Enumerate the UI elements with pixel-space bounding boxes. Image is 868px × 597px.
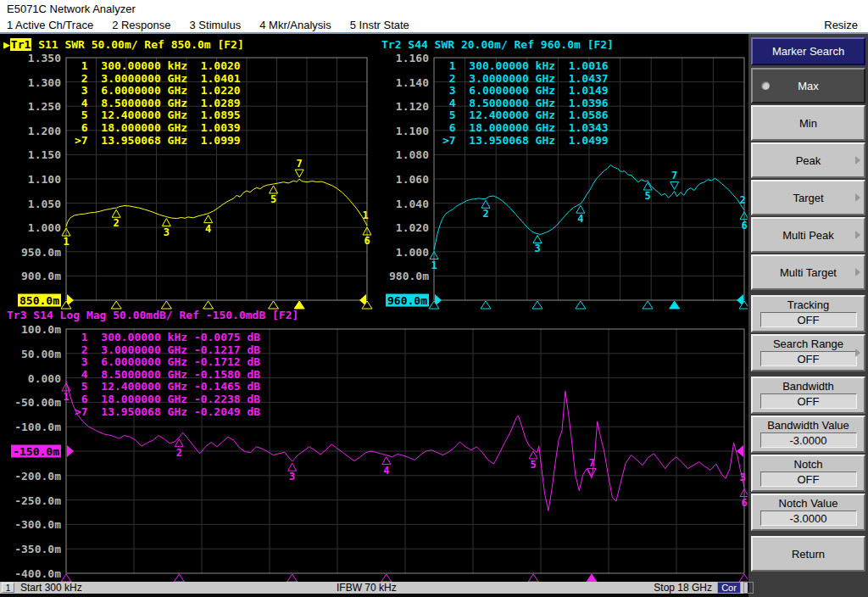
y-axis-label-tr3: -300.0m <box>2 518 61 531</box>
softkey-min[interactable]: Min <box>751 105 865 141</box>
menu-item-2[interactable]: 2 Response <box>112 19 170 32</box>
y-axis-label-tr3: -150.0m <box>2 445 61 458</box>
y-axis-label-tr3: -350.0m <box>2 543 61 555</box>
radio-dot-icon <box>761 81 770 90</box>
menu-item-4[interactable]: 4 Mkr/Analysis <box>259 19 331 32</box>
y-axis-label-tr2: 960.0m <box>370 294 429 307</box>
y-axis-label-tr2: 1.040 <box>370 197 429 209</box>
softkey-value: OFF <box>760 393 857 409</box>
submenu-arrow-icon <box>855 193 860 202</box>
softkey-sidebar: Marker SearchMaxMinPeakTargetMulti PeakM… <box>748 34 868 597</box>
y-axis-label-tr1: 900.0m <box>2 270 61 282</box>
softkey-value: OFF <box>760 312 857 327</box>
y-axis-label-tr1: 1.100 <box>2 173 61 186</box>
softkey-bandwidth[interactable]: BandwidthOFF <box>751 377 865 414</box>
y-axis-label-tr3: 50.00m <box>2 347 61 360</box>
trace-header-tr2[interactable]: Tr2 S44 SWR 20.00m/ Ref 960.0m [F2] <box>381 38 614 51</box>
softkey-label: Bandwidth Value <box>767 419 849 432</box>
softkey-tracking[interactable]: TrackingOFF <box>751 295 865 332</box>
channel-number-badge: 1 <box>2 583 14 593</box>
y-axis-label-tr3: -200.0m <box>2 469 61 482</box>
softkey-multi-target[interactable]: Multi Target <box>751 254 865 290</box>
menu-items: 1 Active Ch/Trace2 Response3 Stimulus4 M… <box>7 19 409 32</box>
softkey-multi-peak[interactable]: Multi Peak <box>751 217 865 253</box>
ref-level-label: -150.0m <box>11 445 61 458</box>
y-axis-label-tr2: 1.100 <box>370 124 429 137</box>
y-axis-label-tr2: 1.000 <box>370 245 429 258</box>
y-axis-label-tr1: 950.0m <box>2 245 61 258</box>
marker-search-header: Marker Search <box>751 37 865 65</box>
y-axis-label-tr3: -250.0m <box>2 494 61 506</box>
resize-button[interactable]: Resize <box>824 19 858 32</box>
sweep-start-label: Start 300 kHz <box>20 582 82 594</box>
y-axis-label-tr1: 1.000 <box>2 221 61 234</box>
marker-table-tr2: 1 300.00000 kHz 1.0016 2 3.0000000 GHz 1… <box>442 60 609 147</box>
softkey-search-range[interactable]: Search RangeOFF <box>751 334 865 371</box>
trace-header-tr1[interactable]: ▶Tr1 S11 SWR 50.00m/ Ref 850.0m [F2] <box>3 38 244 51</box>
softkey-label: Max <box>798 80 819 92</box>
softkey-peak[interactable]: Peak <box>751 142 865 178</box>
softkey-label: Bandwidth <box>782 380 834 393</box>
ref-level-label: 960.0m <box>386 294 429 307</box>
softkey-bandwidth-value[interactable]: Bandwidth Value-3.0000 <box>751 416 865 453</box>
y-axis-label-tr1: 1.350 <box>2 52 61 64</box>
submenu-arrow-icon <box>855 231 860 239</box>
softkey-notch[interactable]: NotchOFF <box>751 455 865 492</box>
softkey-value: -3.0000 <box>760 511 857 526</box>
y-axis-label-tr3: -400.0m <box>2 567 61 580</box>
softkey-max[interactable]: Max <box>751 68 865 103</box>
softkey-value: OFF <box>760 471 857 487</box>
y-axis-label-tr1: 1.050 <box>2 197 61 209</box>
status-bar: 1 Start 300 kHz IFBW 70 kHz Stop 18 GHz … <box>0 582 748 594</box>
softkey-label: Peak <box>796 154 821 167</box>
trace-title-detail: S11 SWR 50.00m/ Ref 850.0m [F2] <box>31 38 243 51</box>
softkey-label: Min <box>799 117 817 130</box>
trace-header-tr3[interactable]: Tr3 S14 Log Mag 50.00mdB/ Ref -150.0mdB … <box>7 309 298 321</box>
submenu-arrow-icon <box>855 268 860 276</box>
ref-level-label: 850.0m <box>18 294 61 307</box>
softkey-label: Multi Target <box>780 266 837 279</box>
window-titlebar: E5071C Network Analyzer <box>0 0 868 19</box>
ifbw-label: IFBW 70 kHz <box>337 582 397 594</box>
bottom-divider <box>0 594 748 597</box>
softkey-target[interactable]: Target <box>751 180 865 215</box>
y-axis-label-tr2: 1.120 <box>370 100 429 113</box>
y-axis-label-tr1: 1.200 <box>2 124 61 137</box>
alert-badge: ! <box>743 582 754 594</box>
softkey-label: Return <box>792 548 825 561</box>
active-trace-arrow-icon: ▶ <box>3 38 10 51</box>
submenu-arrow-icon <box>855 349 860 357</box>
softkey-value: OFF <box>760 351 857 366</box>
softkey-notch-value[interactable]: Notch Value-3.0000 <box>751 494 865 531</box>
y-axis-label-tr2: 1.060 <box>370 173 429 186</box>
marker-table-tr3: 1 300.00000 kHz -0.0075 dB 2 3.0000000 G… <box>75 332 260 418</box>
softkey-return[interactable]: Return <box>751 536 865 572</box>
y-axis-label-tr2: 1.080 <box>370 148 429 161</box>
y-axis-label-tr3: 100.0m <box>2 323 61 336</box>
menu-bar: 1 Active Ch/Trace2 Response3 Stimulus4 M… <box>0 19 868 34</box>
y-axis-label-tr3: 0.000 <box>2 371 61 384</box>
marker-table-tr1: 1 300.00000 kHz 1.0020 2 3.0000000 GHz 1… <box>75 60 241 147</box>
y-axis-label-tr1: 1.150 <box>2 148 61 161</box>
softkey-label: Notch Value <box>779 497 838 510</box>
y-axis-label-tr1: 850.0m <box>2 294 61 307</box>
softkey-label: Notch <box>794 458 823 471</box>
correction-badge: Cor <box>717 582 741 594</box>
y-axis-label-tr2: 980.0m <box>370 270 429 282</box>
menu-item-3[interactable]: 3 Stimulus <box>190 19 242 32</box>
submenu-arrow-icon <box>855 156 860 165</box>
y-axis-label-tr3: -100.0m <box>2 421 61 433</box>
softkey-label: Target <box>793 192 823 204</box>
y-axis-label-tr2: 1.160 <box>370 52 429 64</box>
y-axis-label-tr2: 1.020 <box>370 221 429 234</box>
softkey-label: Search Range <box>773 338 843 350</box>
menu-item-5[interactable]: 5 Instr State <box>350 19 409 32</box>
menu-item-1[interactable]: 1 Active Ch/Trace <box>7 19 93 32</box>
trace-name-chip: Tr1 <box>10 38 31 51</box>
y-axis-label-tr2: 1.140 <box>370 75 429 88</box>
softkey-label: Tracking <box>787 298 829 311</box>
window-title: E5071C Network Analyzer <box>7 3 136 15</box>
y-axis-label-tr1: 1.300 <box>2 75 61 88</box>
softkey-label: Multi Peak <box>782 229 834 242</box>
y-axis-label-tr1: 1.250 <box>2 100 61 113</box>
